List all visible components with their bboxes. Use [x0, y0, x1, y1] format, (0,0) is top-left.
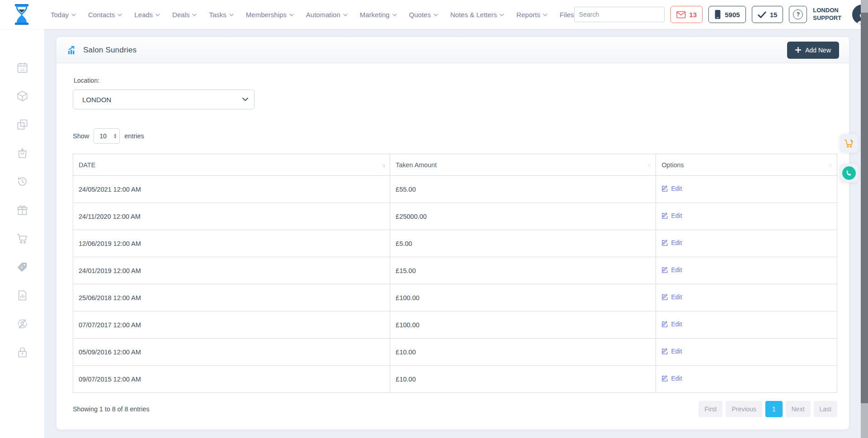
nav-item-notes-letters[interactable]: Notes & Letters: [450, 11, 504, 19]
entries-summary: Showing 1 to 8 of 8 entries: [73, 405, 149, 413]
nav-item-quotes[interactable]: Quotes: [409, 11, 438, 19]
edit-icon: [661, 294, 668, 301]
edit-label: Edit: [671, 185, 682, 192]
sidebar-item-history[interactable]: [16, 175, 28, 188]
pagination-page-1-button[interactable]: 1: [765, 401, 783, 417]
cell-options: Edit: [656, 257, 837, 284]
nav-item-marketing[interactable]: Marketing: [360, 11, 397, 19]
cell-options: Edit: [656, 366, 837, 393]
search-input[interactable]: [575, 7, 665, 22]
calls-badge[interactable]: 5905: [708, 6, 745, 23]
edit-icon: [661, 240, 668, 246]
sidebar-item-security[interactable]: [16, 346, 28, 358]
cell-options: Edit: [656, 203, 837, 230]
gift-icon: [16, 204, 28, 216]
edit-link[interactable]: Edit: [661, 185, 682, 192]
cell-options: Edit: [656, 339, 837, 366]
scrollbar-track[interactable]: [861, 0, 868, 438]
card-header: Salon Sundries Add New: [57, 37, 849, 63]
column-header-date[interactable]: DATE↑↓: [73, 154, 390, 176]
edit-link[interactable]: Edit: [661, 375, 682, 382]
table-footer: Showing 1 to 8 of 8 entries First Previo…: [73, 401, 837, 417]
nav-label: Reports: [516, 11, 540, 19]
nav-label: Files: [560, 11, 574, 19]
sidebar-item-reports[interactable]: [16, 289, 28, 301]
edit-label: Edit: [671, 348, 682, 355]
cell-options: Edit: [656, 176, 837, 203]
sundries-table: DATE↑↓ Taken Amount↑↓ Options↑↓ 24/05/20…: [73, 154, 837, 393]
sort-icon: ↑↓: [828, 162, 831, 168]
nav-item-deals[interactable]: Deals: [172, 11, 197, 19]
floating-phone-button[interactable]: [840, 164, 859, 183]
sidebar-item-orders[interactable]: [16, 147, 28, 159]
calls-count: 5905: [725, 11, 740, 19]
search-box: [574, 7, 665, 22]
pagination-previous-button[interactable]: Previous: [726, 401, 762, 417]
location-select[interactable]: LONDON: [73, 89, 255, 109]
chevron-down-icon: [229, 14, 234, 16]
sidebar-item-packages[interactable]: [16, 90, 28, 102]
sidebar-item-duplicates[interactable]: [16, 118, 28, 131]
sidebar-item-gifts[interactable]: [16, 204, 28, 216]
edit-link[interactable]: Edit: [661, 266, 682, 273]
scrollbar-thumb[interactable]: [861, 13, 868, 403]
chevron-down-icon: [343, 14, 348, 16]
sidebar-item-account[interactable]: [16, 318, 28, 330]
sidebar-item-calendar[interactable]: 12: [16, 61, 28, 74]
edit-label: Edit: [671, 320, 682, 328]
chevron-down-icon: [434, 14, 438, 16]
nav-item-automation[interactable]: Automation: [306, 11, 348, 19]
entries-label: entries: [124, 132, 144, 140]
page-size-select[interactable]: 10: [94, 128, 120, 144]
edit-icon: [661, 348, 668, 355]
edit-link[interactable]: Edit: [661, 212, 682, 219]
column-header-options[interactable]: Options↑↓: [656, 154, 837, 176]
cell-date: 24/05/2021 12:00 AM: [73, 176, 390, 203]
cell-options: Edit: [656, 284, 837, 311]
pagination-first-button[interactable]: First: [698, 401, 722, 417]
chevron-down-icon: [500, 14, 504, 16]
nav-item-leads[interactable]: Leads: [134, 11, 160, 19]
edit-link[interactable]: Edit: [661, 239, 682, 246]
column-header-taken-amount[interactable]: Taken Amount↑↓: [390, 154, 656, 176]
nav-item-reports[interactable]: Reports: [516, 11, 547, 19]
shopping-bag-icon: [16, 147, 28, 159]
cell-date: 24/01/2019 12:00 AM: [73, 257, 390, 284]
account-sync-icon: [16, 318, 28, 330]
chevron-down-icon: [71, 14, 76, 16]
table-row: 24/11/2020 12:00 AM £25000.00 Edit: [73, 203, 837, 230]
edit-link[interactable]: Edit: [661, 320, 682, 328]
sidebar-item-cart[interactable]: [16, 232, 28, 245]
floating-cart-button[interactable]: [840, 134, 859, 153]
check-icon: [758, 11, 766, 18]
tasks-badge[interactable]: 15: [752, 6, 783, 23]
edit-icon: [661, 212, 668, 219]
edit-link[interactable]: Edit: [661, 348, 682, 355]
profile-menu[interactable]: LONDON SUPPORT: [813, 5, 868, 24]
nav-item-today[interactable]: Today: [51, 11, 76, 19]
nav-item-contacts[interactable]: Contacts: [88, 11, 122, 19]
edit-label: Edit: [671, 293, 682, 301]
app-logo[interactable]: [12, 3, 32, 26]
price-tag-icon: $: [16, 261, 28, 273]
report-icon: [16, 289, 28, 301]
nav-label: Contacts: [88, 11, 115, 19]
add-new-button[interactable]: Add New: [787, 42, 839, 59]
pagination-next-button[interactable]: Next: [786, 401, 811, 417]
messages-badge[interactable]: 13: [670, 6, 703, 23]
pagination-last-button[interactable]: Last: [814, 401, 837, 417]
topbar-right-cluster: 13 5905 15 ? LONDON SUPPORT: [574, 5, 868, 24]
copy-icon: [16, 118, 28, 131]
nav-label: Deals: [172, 11, 189, 19]
question-circle-icon: ?: [793, 9, 803, 19]
sidebar-item-pricing[interactable]: $: [16, 261, 28, 273]
nav-item-files[interactable]: Files: [560, 11, 574, 19]
nav-item-tasks[interactable]: Tasks: [209, 11, 233, 19]
cell-options: Edit: [656, 311, 837, 339]
cell-amount: £5.00: [390, 230, 656, 257]
edit-link[interactable]: Edit: [661, 293, 682, 301]
chart-growth-icon: [67, 46, 77, 55]
nav-item-memberships[interactable]: Memberships: [246, 11, 294, 19]
help-button[interactable]: ?: [789, 6, 807, 23]
cell-amount: £25000.00: [390, 203, 656, 230]
